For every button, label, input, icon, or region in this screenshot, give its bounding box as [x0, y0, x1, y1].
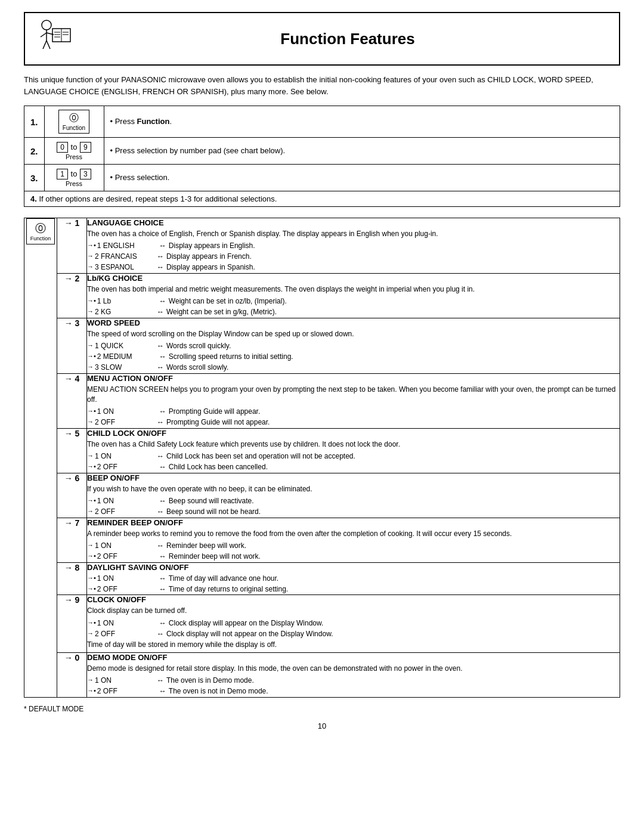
option-row: →• 2 OFF ↔ Reminder beep will not work. [87, 552, 620, 562]
double-arrow-icon: ↔ [159, 584, 166, 594]
option-row: →• 1 ENGLISH ↔ Display appears in Englis… [87, 241, 620, 251]
option-row: →• 1 ON ↔ Clock display will appear on t… [87, 618, 620, 628]
arrow-icon: → [64, 518, 73, 528]
option-label: 1 ON [97, 618, 157, 628]
step-2-icon-cell: 0 to 9 Press [44, 138, 104, 165]
feature-content-0: DEMO MODE ON/OFFDemo mode is designed fo… [87, 652, 620, 697]
feature-description: Clock display can be turned off. [87, 606, 620, 616]
feature-number-2: → 2 [57, 273, 87, 318]
option-description: Beep sound will reactivate. [169, 496, 620, 506]
option-description: Scrolling speed returns to initial setti… [169, 352, 620, 362]
option-arrow-icon: →• [87, 241, 96, 250]
option-row: → 2 OFF ↔ Clock display will not appear … [87, 629, 620, 639]
option-row: →• 2 OFF ↔ The oven is not in Demo mode. [87, 686, 620, 696]
feature-number-4: → 4 [57, 373, 87, 428]
option-description: Words scroll slowly. [166, 363, 620, 373]
arrow-icon: → [64, 595, 73, 605]
feature-row-2: → 2Lb/KG CHOICEThe oven has both imperia… [24, 273, 620, 318]
feature-num-label: 5 [75, 429, 80, 438]
feature-row-9: → 9CLOCK ON/OFFClock display can be turn… [24, 595, 620, 652]
option-description: Display appears in French. [166, 252, 620, 262]
feature-row-1: ⓪ Function → 1LANGUAGE CHOICEThe oven ha… [24, 218, 620, 274]
arrow-icon: → [64, 429, 73, 438]
option-description: Time of day returns to original setting. [169, 584, 620, 594]
feature-content-1: LANGUAGE CHOICEThe oven has a choice of … [87, 218, 620, 274]
option-row: → 1 ON ↔ The oven is in Demo mode. [87, 676, 620, 686]
option-row: →• 2 MEDIUM ↔ Scrolling speed returns to… [87, 352, 620, 362]
option-description: Time of day will advance one hour. [169, 574, 620, 584]
function-icon-cell: ⓪ Function [24, 218, 57, 698]
feature-number-9: → 9 [57, 595, 87, 652]
feature-num-label: 8 [75, 563, 80, 572]
option-label: 3 SLOW [95, 363, 154, 373]
feature-row-3: → 3WORD SPEEDThe speed of word scrolling… [24, 318, 620, 373]
feature-row-4: → 4MENU ACTION ON/OFFMENU ACTION SCREEN … [24, 373, 620, 428]
title-area: Function Features [24, 12, 620, 66]
double-arrow-icon: ↔ [159, 618, 166, 628]
arrow-icon: → [64, 653, 73, 662]
feature-title: MENU ACTION ON/OFF [87, 374, 620, 383]
option-description: Prompting Guide will appear. [169, 407, 620, 417]
feature-description: If you wish to have the oven operate wit… [87, 484, 620, 494]
option-description: Reminder beep will not work. [169, 552, 620, 562]
feature-title: WORD SPEED [87, 318, 620, 327]
option-arrow-icon: → [87, 262, 94, 271]
option-row: →• 1 Lb ↔ Weight can be set in oz/lb, (I… [87, 296, 620, 306]
arrow-icon: → [64, 318, 73, 328]
step-2-row: 2. 0 to 9 Press • Press selection by num… [24, 138, 620, 165]
function-label: Function [63, 125, 85, 131]
feature-description: The speed of word scrolling on the Displ… [87, 329, 620, 339]
option-label: 1 ON [97, 574, 157, 584]
option-description: Clock display will not appear on the Dis… [166, 629, 620, 639]
double-arrow-icon: ↔ [157, 451, 164, 462]
option-arrow-icon: →• [87, 574, 96, 583]
option-arrow-icon: → [87, 341, 94, 350]
feature-title: LANGUAGE CHOICE [87, 218, 620, 227]
feature-number-5: → 5 [57, 428, 87, 473]
feature-content-2: Lb/KG CHOICEThe oven has both imperial a… [87, 273, 620, 318]
key-9: 9 [80, 142, 91, 153]
svg-line-4 [43, 41, 47, 49]
feature-description: The oven has a Child Safety Lock feature… [87, 439, 620, 450]
double-arrow-icon: ↔ [159, 241, 166, 251]
double-arrow-icon: ↔ [157, 262, 164, 272]
option-description: Weight can be set in oz/lb, (Imperial). [169, 296, 620, 306]
option-arrow-icon: → [87, 507, 94, 516]
feature-number-6: → 6 [57, 473, 87, 518]
feature-content-7: REMINDER BEEP ON/OFFA reminder beep work… [87, 518, 620, 562]
double-arrow-icon: ↔ [159, 574, 166, 584]
option-arrow-icon: → [87, 363, 94, 371]
option-label: 2 OFF [97, 462, 157, 472]
option-arrow-icon: →• [87, 686, 96, 695]
feature-content-4: MENU ACTION ON/OFFMENU ACTION SCREEN hel… [87, 373, 620, 428]
double-arrow-icon: ↔ [157, 676, 164, 686]
option-arrow-icon: → [87, 451, 94, 460]
option-label: 2 FRANCAIS [95, 252, 154, 262]
feature-description: Demo mode is designed for retail store d… [87, 664, 620, 674]
double-arrow-icon: ↔ [157, 252, 164, 262]
feature-description: A reminder beep works to remind you to r… [87, 529, 620, 539]
option-arrow-icon: →• [87, 296, 96, 305]
page-number: 10 [24, 721, 620, 730]
feature-num-label: 2 [75, 274, 80, 283]
function-icon-box: ⓪ Function [26, 218, 55, 244]
feature-description: MENU ACTION SCREEN helps you to program … [87, 385, 620, 405]
step-2-keys: 0 to 9 [51, 141, 98, 153]
feature-title: BEEP ON/OFF [87, 473, 620, 482]
step-3-desc: • Press selection. [104, 165, 620, 191]
key-1: 1 [57, 169, 68, 179]
option-row: → 3 ESPANOL ↔ Display appears in Spanish… [87, 262, 620, 272]
feature-number-8: → 8 [57, 562, 87, 595]
option-label: 1 ON [97, 496, 157, 506]
feature-title: Lb/KG CHOICE [87, 274, 620, 283]
feature-title: CLOCK ON/OFF [87, 595, 620, 604]
svg-line-5 [47, 41, 50, 49]
step-4-number: 4. [30, 194, 37, 203]
feature-title: DAYLIGHT SAVING ON/OFF [87, 563, 620, 572]
feature-title: DEMO MODE ON/OFF [87, 653, 620, 662]
feature-row-0: → 0DEMO MODE ON/OFFDemo mode is designed… [24, 652, 620, 697]
double-arrow-icon: ↔ [157, 507, 164, 517]
feature-content-8: DAYLIGHT SAVING ON/OFF →• 1 ON ↔ Time of… [87, 562, 620, 595]
arrow-icon: → [64, 563, 73, 572]
step-4-row: 4. If other options are desired, repeat … [24, 191, 620, 207]
